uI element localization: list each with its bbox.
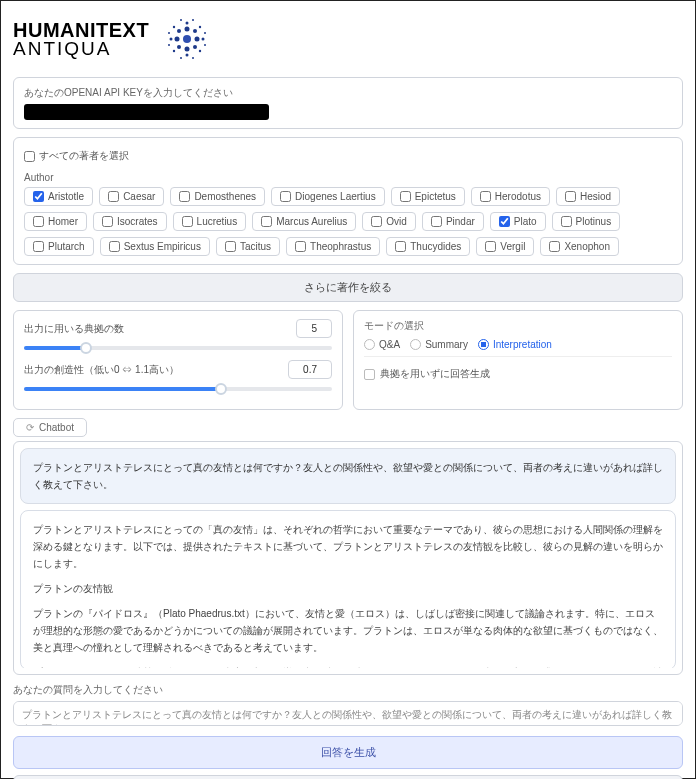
author-checkbox[interactable]: [395, 241, 406, 252]
author-plato[interactable]: Plato: [490, 212, 546, 231]
author-checkbox[interactable]: [565, 191, 576, 202]
api-key-input[interactable]: [24, 104, 269, 120]
author-checkbox[interactable]: [371, 216, 382, 227]
author-checkbox[interactable]: [400, 191, 411, 202]
chatbot-tab[interactable]: Chatbot: [13, 418, 87, 437]
mode-qa[interactable]: Q&A: [364, 339, 400, 350]
author-checkbox[interactable]: [108, 191, 119, 202]
author-label: Ovid: [386, 216, 407, 227]
logo-text: HUMANITEXT ANTIQUA: [13, 19, 149, 60]
temp-slider-value[interactable]: 0.7: [288, 360, 332, 379]
svg-point-4: [185, 47, 190, 52]
author-checkbox[interactable]: [485, 241, 496, 252]
svg-point-3: [185, 27, 190, 32]
author-label: Theophrastus: [310, 241, 371, 252]
author-checkbox[interactable]: [295, 241, 306, 252]
author-checkbox[interactable]: [280, 191, 291, 202]
author-label: Demosthenes: [194, 191, 256, 202]
count-slider[interactable]: [24, 346, 332, 350]
author-checkbox[interactable]: [225, 241, 236, 252]
mode-interpretation[interactable]: Interpretation: [478, 339, 552, 350]
author-theophrastus[interactable]: Theophrastus: [286, 237, 380, 256]
author-homer[interactable]: Homer: [24, 212, 87, 231]
select-all-label: すべての著者を選択: [39, 149, 129, 163]
author-label: Tacitus: [240, 241, 271, 252]
author-checkbox[interactable]: [561, 216, 572, 227]
question-input-wrap: あなたの質問を入力してください: [13, 683, 683, 736]
author-tacitus[interactable]: Tacitus: [216, 237, 280, 256]
question-input[interactable]: [13, 701, 683, 726]
author-demosthenes[interactable]: Demosthenes: [170, 187, 265, 206]
svg-point-7: [177, 45, 181, 49]
author-pindar[interactable]: Pindar: [422, 212, 484, 231]
app-root: HUMANITEXT ANTIQUA あなたのOPENAI API KEY: [0, 0, 696, 779]
select-all-authors[interactable]: すべての著者を選択: [24, 146, 129, 166]
svg-point-1: [175, 37, 180, 42]
author-caesar[interactable]: Caesar: [99, 187, 164, 206]
narrow-works-button[interactable]: さらに著作を絞る: [13, 273, 683, 302]
author-marcus-aurelius[interactable]: Marcus Aurelius: [252, 212, 356, 231]
author-label: Lucretius: [197, 216, 238, 227]
author-label: Hesiod: [580, 191, 611, 202]
author-checkbox[interactable]: [431, 216, 442, 227]
author-diogenes-laertius[interactable]: Diogenes Laertius: [271, 187, 385, 206]
author-checkbox[interactable]: [549, 241, 560, 252]
author-vergil[interactable]: Vergil: [476, 237, 534, 256]
count-slider-value[interactable]: 5: [296, 319, 332, 338]
svg-point-22: [192, 19, 194, 21]
author-checkbox[interactable]: [33, 216, 44, 227]
author-label: Herodotus: [495, 191, 541, 202]
author-checkbox[interactable]: [33, 241, 44, 252]
author-label: Plato: [514, 216, 537, 227]
author-group-label: Author: [24, 172, 672, 183]
author-lucretius[interactable]: Lucretius: [173, 212, 247, 231]
author-epictetus[interactable]: Epictetus: [391, 187, 465, 206]
svg-point-14: [199, 26, 201, 28]
sliders-panel: 出力に用いる典拠の数 5 出力の創造性（低い0 ⇔ 1.1高い） 0.7: [13, 310, 343, 410]
author-label: Xenophon: [564, 241, 610, 252]
author-xenophon[interactable]: Xenophon: [540, 237, 619, 256]
author-list: AristotleCaesarDemosthenesDiogenes Laert…: [24, 187, 672, 256]
temp-slider[interactable]: [24, 387, 332, 391]
mode-summary[interactable]: Summary: [410, 339, 468, 350]
author-checkbox[interactable]: [102, 216, 113, 227]
author-checkbox[interactable]: [33, 191, 44, 202]
author-label: Isocrates: [117, 216, 158, 227]
pdf-upload-button[interactable]: PDFアップロード画面を表示: [13, 775, 683, 779]
author-thucydides[interactable]: Thucydides: [386, 237, 470, 256]
author-checkbox[interactable]: [499, 216, 510, 227]
author-checkbox[interactable]: [261, 216, 272, 227]
svg-point-9: [170, 38, 173, 41]
author-checkbox[interactable]: [109, 241, 120, 252]
author-checkbox[interactable]: [182, 216, 193, 227]
author-plutarch[interactable]: Plutarch: [24, 237, 94, 256]
author-hesiod[interactable]: Hesiod: [556, 187, 620, 206]
author-label: Epictetus: [415, 191, 456, 202]
author-checkbox[interactable]: [179, 191, 190, 202]
svg-point-10: [202, 38, 205, 41]
svg-point-16: [199, 50, 201, 52]
author-sextus-empiricus[interactable]: Sextus Empiricus: [100, 237, 210, 256]
assistant-paragraph: プラトンの友情観: [33, 580, 663, 597]
author-checkbox[interactable]: [480, 191, 491, 202]
without-refs-checkbox[interactable]: 典拠を用いずに回答生成: [364, 367, 490, 381]
svg-point-6: [193, 29, 197, 33]
mode-panel: モードの選択 Q&ASummaryInterpretation 典拠を用いずに回…: [353, 310, 683, 410]
author-ovid[interactable]: Ovid: [362, 212, 416, 231]
mode-label: モードの選択: [364, 319, 672, 333]
generate-button[interactable]: 回答を生成: [13, 736, 683, 769]
svg-point-11: [186, 22, 189, 25]
mode-radio-group: Q&ASummaryInterpretation: [364, 339, 672, 350]
author-isocrates[interactable]: Isocrates: [93, 212, 167, 231]
author-label: Diogenes Laertius: [295, 191, 376, 202]
api-key-box: あなたのOPENAI API KEYを入力してください: [13, 77, 683, 129]
author-herodotus[interactable]: Herodotus: [471, 187, 550, 206]
author-label: Plutarch: [48, 241, 85, 252]
select-all-checkbox[interactable]: [24, 151, 35, 162]
author-plotinus[interactable]: Plotinus: [552, 212, 621, 231]
assistant-paragraph: プラトンの『パイドロス』（Plato Phaedrus.txt）において、友情と…: [33, 605, 663, 656]
question-input-label: あなたの質問を入力してください: [13, 683, 683, 697]
api-key-label: あなたのOPENAI API KEYを入力してください: [24, 86, 672, 100]
temp-slider-label: 出力の創造性（低い0 ⇔ 1.1高い）: [24, 363, 179, 377]
author-aristotle[interactable]: Aristotle: [24, 187, 93, 206]
